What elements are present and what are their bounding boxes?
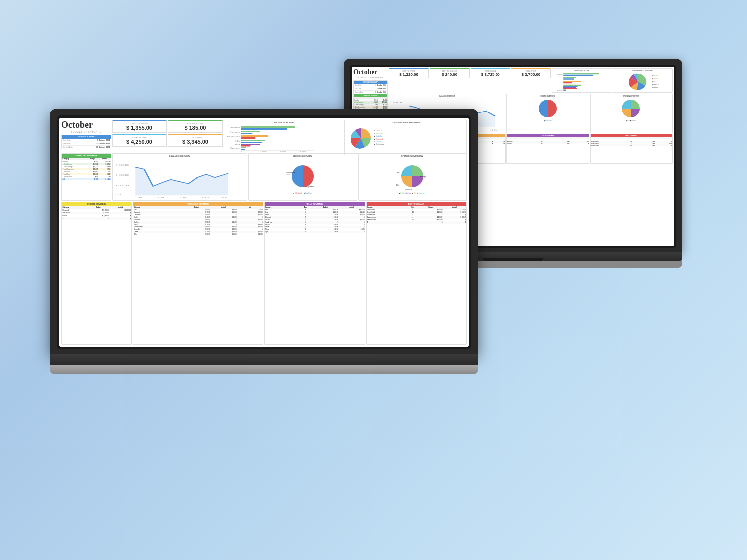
svg-rect-11 bbox=[563, 82, 572, 83]
svg-text:3,000.00: 3,000.00 bbox=[392, 101, 403, 103]
back-kpi-total-spent: TOTAL SPENT $ 2,755.00 bbox=[511, 68, 551, 78]
front-end-label: End Date bbox=[63, 143, 70, 145]
svg-text:19 Oct: 19 Oct bbox=[490, 129, 498, 130]
front-bills-summary: BILLS SUMMARY CategoryDueBudgetActual Re… bbox=[264, 202, 365, 345]
front-start-label: Start Date bbox=[63, 139, 71, 141]
front-screen-content: October BUDGET DASHBOARD OVERVIEW SUMMAR… bbox=[59, 118, 469, 347]
scene: October BUDGET DASHBOARD OVERVIEW SUMMAR… bbox=[50, 44, 697, 517]
back-october-title: October bbox=[353, 68, 388, 76]
svg-text:5 Oct: 5 Oct bbox=[157, 197, 164, 199]
back-start-value: 1 October 2024 bbox=[375, 84, 386, 86]
back-debt-summary: DEBT SUMMARY CategoryDueBudgetActual Cre… bbox=[590, 134, 673, 164]
svg-text:Subscr.: Subscr. bbox=[230, 147, 240, 149]
svg-text:9 Oct: 9 Oct bbox=[180, 197, 187, 199]
front-so-title: SPENDING OVERVIEW bbox=[360, 155, 465, 157]
back-spending-overview: SPENDING OVERVIEW bbox=[590, 94, 673, 133]
svg-text:2,000.00: 2,000.00 bbox=[116, 174, 129, 176]
svg-text:Paycheck: Paycheck bbox=[306, 186, 314, 188]
front-start-value: 1 October 2024 bbox=[97, 139, 110, 141]
front-kpi-left-to-budget: LEFT TO BUDGET $ 185.00 bbox=[168, 120, 223, 133]
back-budget-vs-actual-chart: BUDGET VS ACTUAL Income Savings Expenses… bbox=[552, 68, 612, 93]
back-io-title: INCOME OVERVIEW bbox=[508, 95, 588, 97]
front-income-summary: INCOME SUMMARY CategoryBudgetActual Payc… bbox=[61, 202, 132, 345]
svg-rect-6 bbox=[563, 73, 599, 74]
back-io-area: ■ Side Hustle ■ Paycheck bbox=[508, 98, 588, 127]
svg-text:17.6%: 17.6% bbox=[286, 174, 291, 176]
svg-rect-42 bbox=[241, 135, 268, 137]
svg-rect-12 bbox=[563, 84, 581, 85]
svg-text:Bills: Bills bbox=[560, 85, 563, 86]
back-current-label: Current Date bbox=[355, 91, 363, 93]
front-ti-value: $ 4,250.00 bbox=[126, 139, 152, 145]
front-current-label: Current Date bbox=[63, 146, 73, 148]
svg-rect-48 bbox=[241, 147, 246, 148]
back-kpi-left-to-spend: LEFT TO SPEND $ 1,220.00 bbox=[389, 68, 429, 78]
back-bva-title: BUDGET VS ACTUAL bbox=[553, 70, 611, 72]
front-overview-title: OVERVIEW SUMMARY bbox=[62, 135, 111, 139]
front-kpi-total-income: TOTAL INCOME $ 4,250.00 bbox=[112, 134, 167, 147]
svg-rect-45 bbox=[241, 142, 262, 143]
laptop-front: October BUDGET DASHBOARD OVERVIEW SUMMAR… bbox=[50, 109, 478, 374]
back-ts-value: $ 2,755.00 bbox=[521, 72, 540, 77]
back-kpi-left-to-budget: LEFT TO BUDGET $ 240.00 bbox=[430, 68, 470, 78]
front-budget-vs-actual: BUDGET VS ACTUAL Income Savings Expenses… bbox=[224, 120, 345, 155]
front-is-title: INCOME SUMMARY bbox=[62, 202, 131, 206]
svg-text:Expenses: Expenses bbox=[227, 136, 241, 137]
back-subtitle: BUDGET DASHBOARD bbox=[353, 76, 388, 79]
front-screen-outer: October BUDGET DASHBOARD OVERVIEW SUMMAR… bbox=[50, 109, 478, 354]
back-top-spending-chart: TOP SPENDING CATEGORIES bbox=[613, 68, 673, 93]
svg-text:Debt: Debt bbox=[396, 172, 399, 174]
svg-text:Income: Income bbox=[230, 127, 240, 128]
svg-text:Income: Income bbox=[557, 73, 563, 75]
front-bva-title: BUDGET VS ACTUAL bbox=[225, 121, 343, 124]
front-debt-summary: DEBT SUMMARY CategoryDueBudgetActual Cre… bbox=[366, 202, 467, 345]
svg-rect-49 bbox=[241, 149, 245, 150]
back-title-section: October BUDGET DASHBOARD OVERVIEW SUMMAR… bbox=[353, 68, 388, 94]
svg-text:Bills: Bills bbox=[235, 140, 241, 142]
front-ts-chart-title: TOP SPENDING CATEGORIES bbox=[347, 121, 465, 124]
back-lts-value: $ 1,220.00 bbox=[399, 72, 418, 77]
front-so-area: Debt Savings 30.7% Bills Expenses ■ Debt… bbox=[360, 158, 465, 199]
front-kpi-left-to-spend: LEFT TO SPEND $ 1,355.00 bbox=[112, 120, 167, 133]
svg-text:13 Oct: 13 Oct bbox=[202, 197, 210, 199]
svg-rect-39 bbox=[241, 128, 287, 130]
svg-rect-17 bbox=[563, 90, 566, 91]
svg-rect-15 bbox=[563, 88, 577, 89]
back-ltb-value: $ 240.00 bbox=[442, 72, 457, 77]
back-income-overview: INCOME OVERVIEW ■ Side Hustle bbox=[506, 94, 589, 133]
svg-rect-9 bbox=[563, 78, 574, 79]
front-subtitle: BUDGET DASHBOARD bbox=[61, 130, 111, 133]
front-screen-bezel: October BUDGET DASHBOARD OVERVIEW SUMMAR… bbox=[57, 115, 471, 349]
front-top-spending: TOP SPENDING CATEGORIES bbox=[346, 120, 467, 154]
svg-text:Savings: Savings bbox=[230, 131, 241, 133]
back-start-label: Start Date bbox=[355, 84, 362, 86]
front-bills-title: BILLS SUMMARY bbox=[265, 202, 365, 206]
svg-rect-16 bbox=[563, 89, 566, 90]
back-bills-summary: BILLS SUMMARY CategoryDueBudgetActual Re… bbox=[506, 134, 589, 164]
back-so-area: ■ Debt ■ Savings ■ Bills ■ Expenses bbox=[592, 98, 671, 127]
front-spending-overview: SPENDING OVERVIEW Debt bbox=[358, 153, 467, 201]
front-current-value: 16 October 2024 bbox=[96, 146, 110, 148]
svg-text:Expenses: Expenses bbox=[405, 189, 413, 191]
front-october-title: October bbox=[61, 120, 111, 130]
front-laptop-stand bbox=[50, 365, 478, 374]
svg-text:Debt: Debt bbox=[559, 87, 563, 88]
back-kpi-total-income: TOTAL INCOME $ 3,725.00 bbox=[471, 68, 510, 78]
svg-rect-14 bbox=[563, 87, 576, 88]
front-kpi-total-spent: TOTAL SPENT $ 3,345.00 bbox=[168, 134, 223, 147]
back-bo-title: BALANCE OVERVIEW bbox=[390, 95, 504, 97]
svg-text:Bills: Bills bbox=[396, 184, 399, 186]
svg-text:3,000: 3,000 bbox=[300, 150, 306, 152]
back-pie-area: ■ Electricity ■ Fuel ■ Vacation ■ Grocer… bbox=[614, 72, 671, 91]
svg-text:30.7%: 30.7% bbox=[420, 178, 424, 180]
front-io-title: INCOME OVERVIEW bbox=[249, 155, 355, 157]
svg-text:1 Oct: 1 Oct bbox=[135, 197, 142, 199]
svg-rect-8 bbox=[563, 77, 576, 78]
front-laptop-base bbox=[50, 354, 478, 365]
svg-text:Debt: Debt bbox=[234, 144, 240, 145]
svg-rect-47 bbox=[241, 145, 251, 147]
front-expenses-summary: EXPENSES SUMMARY CategoryBudgetActualLef… bbox=[133, 202, 263, 345]
svg-rect-7 bbox=[563, 74, 593, 75]
front-end-value: 31 October 2024 bbox=[96, 143, 110, 145]
svg-text:3,000.00: 3,000.00 bbox=[116, 163, 129, 165]
